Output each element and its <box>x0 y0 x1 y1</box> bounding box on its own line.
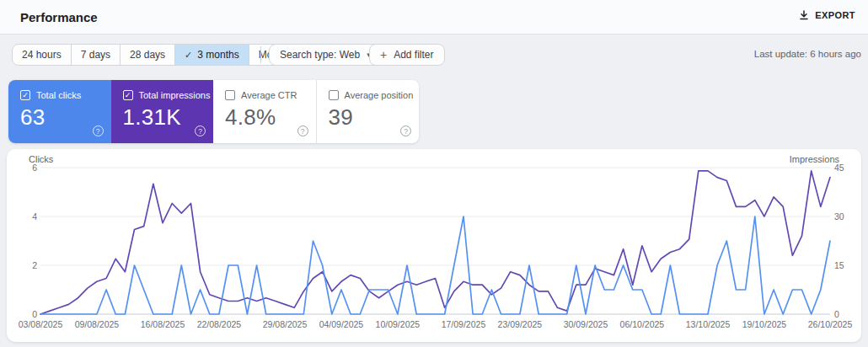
card-average-position[interactable]: Average position 39 ? <box>317 80 420 143</box>
top-bar: Performance EXPORT <box>0 0 868 35</box>
date-tick-label: 06/10/2025 <box>620 319 665 329</box>
axis-tick-label: 6 <box>7 163 37 173</box>
card-label: Total clicks <box>36 90 81 100</box>
date-tick-label: 03/08/2025 <box>19 319 63 329</box>
axis-tick-label: 30 <box>834 211 844 222</box>
axis-tick-label: 4 <box>7 211 37 222</box>
export-button[interactable]: EXPORT <box>799 10 855 20</box>
date-tick-label: 16/08/2025 <box>141 319 185 329</box>
performance-page: Performance EXPORT 24 hours 7 days 28 da… <box>0 0 868 347</box>
search-type-label: Search type: Web <box>280 49 360 61</box>
date-tick-label: 13/10/2025 <box>686 319 731 329</box>
axis-tick-label: 45 <box>834 163 844 173</box>
card-header: ✓ Total clicks <box>20 90 111 100</box>
check-icon: ✓ <box>22 92 29 99</box>
date-tick-label: 09/08/2025 <box>75 319 120 329</box>
date-tick-label: 19/10/2025 <box>742 319 787 329</box>
add-filter-button[interactable]: + Add filter <box>369 44 445 66</box>
range-label: 28 days <box>130 45 165 65</box>
divider <box>260 46 261 63</box>
date-tick-label: 17/09/2025 <box>442 319 486 329</box>
card-header: Average CTR <box>225 90 316 100</box>
date-tick-label: 23/09/2025 <box>498 319 543 329</box>
range-label: 24 hours <box>22 45 62 65</box>
check-icon: ✓ <box>185 45 192 65</box>
card-total-clicks[interactable]: ✓ Total clicks 63 ? <box>8 80 111 143</box>
page-title: Performance <box>20 10 98 24</box>
range-28-days[interactable]: 28 days <box>121 45 175 65</box>
plus-icon: + <box>380 49 387 61</box>
performance-chart-panel: Clicks Impressions 0246 0153045 03/08/20… <box>7 149 861 342</box>
date-tick-label: 22/08/2025 <box>197 319 242 329</box>
checkbox-total-impressions[interactable]: ✓ <box>123 90 133 100</box>
help-icon[interactable]: ? <box>195 125 206 136</box>
axis-tick-label: 0 <box>7 309 37 319</box>
checkbox-total-clicks[interactable]: ✓ <box>20 90 30 100</box>
filter-bar: 24 hours 7 days 28 days ✓ 3 months More … <box>0 35 868 75</box>
axis-tick-label: 0 <box>834 309 839 319</box>
card-header: Average position <box>329 90 420 100</box>
add-filter-label: Add filter <box>394 49 433 61</box>
card-total-impressions[interactable]: ✓ Total impressions 1.31K ? <box>111 80 214 143</box>
metric-cards-panel: ✓ Total clicks 63 ? ✓ Total impressions … <box>8 80 419 143</box>
checkbox-average-ctr[interactable] <box>225 90 235 100</box>
range-label: 7 days <box>81 45 110 65</box>
check-icon: ✓ <box>125 92 131 99</box>
axis-tick-label: 2 <box>7 260 37 270</box>
range-24-hours[interactable]: 24 hours <box>13 45 72 65</box>
date-tick-label: 26/10/2025 <box>808 319 853 329</box>
last-update-text: Last update: 6 hours ago <box>754 49 861 59</box>
date-tick-label: 30/09/2025 <box>564 319 608 329</box>
chart-canvas <box>7 149 861 342</box>
help-icon[interactable]: ? <box>93 125 104 136</box>
card-label: Average position <box>345 90 414 100</box>
date-range-control: 24 hours 7 days 28 days ✓ 3 months More … <box>12 44 301 66</box>
date-tick-label: 10/09/2025 <box>376 319 421 329</box>
export-label: EXPORT <box>815 10 855 20</box>
card-average-ctr[interactable]: Average CTR 4.8% ? <box>213 80 316 143</box>
range-7-days[interactable]: 7 days <box>72 45 121 65</box>
axis-tick-label: 15 <box>834 260 844 270</box>
search-type-filter[interactable]: Search type: Web ▾ <box>269 44 382 66</box>
range-label: 3 months <box>197 45 238 65</box>
help-icon[interactable]: ? <box>400 125 411 136</box>
help-icon[interactable]: ? <box>297 125 308 136</box>
download-icon <box>799 10 809 20</box>
range-3-months[interactable]: ✓ 3 months <box>175 45 249 65</box>
card-label: Average CTR <box>241 90 297 100</box>
card-header: ✓ Total impressions <box>123 90 214 100</box>
date-tick-label: 04/09/2025 <box>319 319 364 329</box>
date-tick-label: 29/08/2025 <box>263 319 308 329</box>
card-label: Total impressions <box>139 90 211 100</box>
checkbox-average-position[interactable] <box>329 90 339 100</box>
